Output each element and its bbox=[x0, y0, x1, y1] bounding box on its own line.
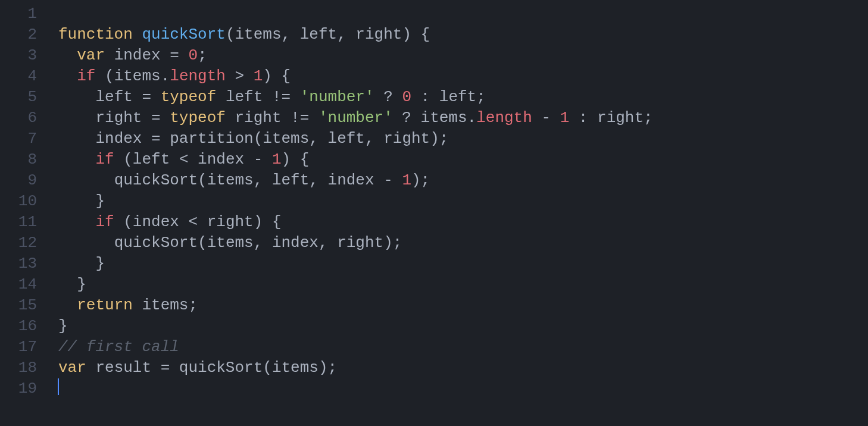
code-token: typeof bbox=[161, 88, 217, 106]
code-token: 1 bbox=[272, 151, 282, 168]
code-token: right bbox=[383, 130, 430, 148]
code-token: = bbox=[151, 359, 179, 377]
code-line[interactable]: } bbox=[58, 191, 868, 212]
code-token: index bbox=[95, 130, 142, 148]
code-token: } bbox=[58, 275, 86, 293]
code-token: < bbox=[179, 213, 207, 231]
code-token: , bbox=[282, 26, 300, 43]
code-token: left bbox=[95, 88, 132, 106]
code-token: left bbox=[439, 88, 476, 106]
code-token: 0 bbox=[188, 46, 198, 64]
code-token: index bbox=[272, 234, 319, 252]
code-token: ) { bbox=[402, 26, 430, 43]
code-line[interactable]: var index = 0; bbox=[58, 45, 868, 66]
code-token: quickSort bbox=[114, 171, 198, 189]
code-line[interactable]: var result = quickSort(items); bbox=[58, 358, 868, 378]
code-token bbox=[58, 109, 95, 127]
line-number: 13 bbox=[0, 253, 37, 274]
line-number: 7 bbox=[0, 129, 37, 149]
code-token: ( bbox=[198, 171, 207, 189]
code-token: - bbox=[532, 109, 560, 127]
code-token: result bbox=[95, 359, 151, 377]
code-line[interactable]: } bbox=[58, 316, 868, 337]
code-token: != bbox=[263, 88, 299, 106]
code-token: . bbox=[467, 109, 477, 127]
code-token: index bbox=[133, 213, 179, 231]
code-token: items bbox=[263, 130, 309, 148]
code-line[interactable]: return items; bbox=[58, 295, 868, 316]
line-number-gutter: 12345678910111213141516171819 bbox=[0, 4, 48, 426]
code-token: right bbox=[597, 109, 644, 127]
line-number: 19 bbox=[0, 378, 37, 399]
line-number: 9 bbox=[0, 170, 37, 191]
code-token: ? bbox=[374, 88, 402, 106]
code-line[interactable]: } bbox=[58, 274, 868, 295]
line-number: 2 bbox=[0, 24, 37, 45]
code-token: ; bbox=[188, 296, 198, 314]
code-token: } bbox=[58, 317, 68, 335]
code-token bbox=[133, 26, 142, 43]
code-token: right bbox=[355, 26, 402, 43]
code-token: : bbox=[569, 109, 597, 127]
code-token bbox=[86, 359, 96, 377]
code-token bbox=[58, 234, 114, 252]
code-token: partition bbox=[170, 130, 253, 148]
code-token bbox=[226, 109, 235, 127]
line-number: 16 bbox=[0, 316, 37, 337]
code-line[interactable]: if (items.length > 1) { bbox=[58, 66, 868, 87]
line-number: 17 bbox=[0, 337, 37, 358]
code-token: right bbox=[207, 213, 254, 231]
code-editor[interactable]: 12345678910111213141516171819 function q… bbox=[0, 0, 868, 426]
code-line[interactable]: // first call bbox=[58, 337, 868, 358]
code-token: ( bbox=[198, 234, 207, 252]
code-token: var bbox=[58, 359, 86, 377]
code-line[interactable]: right = typeof right != 'number' ? items… bbox=[58, 108, 868, 129]
code-token: - bbox=[244, 151, 272, 168]
code-token: , bbox=[319, 234, 337, 252]
code-token: } bbox=[58, 192, 105, 210]
code-token: 1 bbox=[402, 171, 411, 189]
code-token: } bbox=[58, 255, 105, 272]
code-token: items bbox=[207, 171, 254, 189]
code-token: typeof bbox=[170, 109, 226, 127]
code-token: index bbox=[114, 46, 161, 64]
code-token: = bbox=[161, 46, 189, 64]
code-token bbox=[105, 46, 114, 64]
code-token: ? bbox=[393, 109, 421, 127]
code-area[interactable]: function quickSort(items, left, right) {… bbox=[48, 4, 868, 426]
code-line[interactable]: quickSort(items, index, right); bbox=[58, 233, 868, 253]
code-line[interactable]: if (index < right) { bbox=[58, 212, 868, 233]
code-token: , bbox=[337, 26, 355, 43]
line-number: 6 bbox=[0, 108, 37, 129]
code-line[interactable]: index = partition(items, left, right); bbox=[58, 129, 868, 149]
code-token: = bbox=[133, 88, 161, 106]
code-line[interactable] bbox=[58, 4, 868, 24]
code-token: ); bbox=[430, 130, 448, 148]
code-token: if bbox=[95, 213, 114, 231]
code-line[interactable]: left = typeof left != 'number' ? 0 : lef… bbox=[58, 87, 868, 108]
code-token: return bbox=[77, 296, 133, 314]
code-token bbox=[58, 171, 114, 189]
code-token: if bbox=[95, 151, 114, 168]
code-token: if bbox=[77, 67, 95, 85]
code-line[interactable]: function quickSort(items, left, right) { bbox=[58, 24, 868, 45]
code-token: 'number' bbox=[319, 109, 393, 127]
code-line[interactable]: quickSort(items, left, index - 1); bbox=[58, 170, 868, 191]
code-token: != bbox=[282, 109, 319, 127]
code-token: left bbox=[272, 171, 309, 189]
code-token: , bbox=[309, 171, 327, 189]
code-line[interactable]: if (left < index - 1) { bbox=[58, 149, 868, 170]
code-line[interactable] bbox=[58, 378, 868, 399]
code-token bbox=[58, 46, 77, 64]
code-token: items bbox=[421, 109, 467, 127]
code-token: , bbox=[365, 130, 383, 148]
code-token: ) { bbox=[254, 213, 282, 231]
line-number: 1 bbox=[0, 4, 37, 24]
code-token: var bbox=[77, 46, 105, 64]
code-token: = bbox=[142, 130, 170, 148]
code-line[interactable]: } bbox=[58, 253, 868, 274]
line-number: 10 bbox=[0, 191, 37, 212]
code-token: ( bbox=[114, 151, 133, 168]
line-number: 4 bbox=[0, 66, 37, 87]
code-token: // first call bbox=[58, 338, 179, 356]
